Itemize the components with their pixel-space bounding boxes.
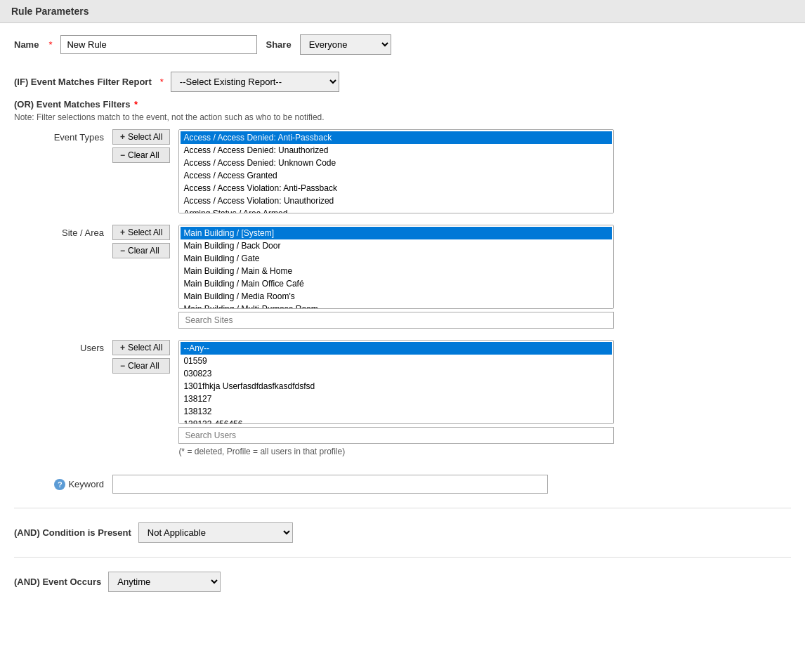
minus-icon: − [120,150,125,160]
or-required: * [134,99,138,110]
list-item[interactable]: Main Building / Multi-Purpose Room [181,303,612,309]
site-area-select-all-button[interactable]: + Select All [112,225,170,240]
list-item[interactable]: 138132 [181,405,612,418]
event-types-controls: + Select All − Clear All [112,129,170,213]
list-item[interactable]: Access / Access Denied: Unknown Code [181,157,612,169]
site-search-input[interactable] [178,312,614,329]
or-note: Note: Filter selections match to the eve… [14,112,791,122]
list-item[interactable]: Access / Access Violation: Unauthorized [181,195,612,207]
plus-icon: + [120,132,125,142]
event-occurs-row: (AND) Event Occurs Anytime [14,572,791,592]
select-all-label: Select All [128,132,162,142]
list-item[interactable]: Access / Access Denied: Unauthorized [181,144,612,157]
select-all-label: Select All [128,228,162,237]
share-label: Share [266,39,291,50]
condition-label: (AND) Condition is Present [14,527,131,538]
keyword-input[interactable] [112,475,548,494]
users-clear-all-button[interactable]: − Clear All [112,358,170,374]
list-item[interactable]: Arming Status / Area Armed [181,207,612,213]
users-note: (* = deleted, Profile = all users in tha… [178,447,614,456]
users-controls: + Select All − Clear All [112,340,170,463]
users-select[interactable]: --Any-- 01559 030823 1301fhkja Userfasdf… [178,340,614,424]
event-types-label: Event Types [14,129,112,143]
name-label: Name [14,39,39,50]
clear-all-label: Clear All [128,246,159,256]
list-item[interactable]: Main Building / Main Office Café [181,277,612,290]
site-area-controls: + Select All − Clear All [112,225,170,329]
list-item[interactable]: 1301fhkja Userfasdfdasfkasdfdsfsd [181,380,612,393]
site-area-label: Site / Area [14,225,112,238]
list-item[interactable]: Main Building / Media Room's [181,290,612,303]
event-types-clear-all-button[interactable]: − Clear All [112,147,170,163]
event-types-select[interactable]: Access / Access Denied: Anti-Passback Ac… [178,129,614,213]
keyword-row: ? Keyword [14,475,791,494]
event-types-list-area: Access / Access Denied: Anti-Passback Ac… [178,129,614,213]
list-item[interactable]: 138127 [181,393,612,405]
site-area-row: Site / Area + Select All − Clear All Mai… [14,225,791,329]
list-item[interactable]: Access / Access Granted [181,169,612,182]
users-search-input[interactable] [178,427,614,444]
list-item[interactable]: Main Building / Gate [181,252,612,265]
list-item[interactable]: 01559 [181,355,612,367]
plus-icon: + [120,343,125,353]
users-select-all-button[interactable]: + Select All [112,340,170,355]
list-item[interactable]: Access / Access Denied: Anti-Passback [181,131,612,144]
keyword-label-col: ? Keyword [14,479,112,490]
select-all-label: Select All [128,343,162,353]
section-divider [14,508,791,508]
or-label: (OR) Event Matches Filters * [14,99,791,110]
share-select[interactable]: Everyone [300,34,391,55]
users-row: Users + Select All − Clear All --Any-- [14,340,791,463]
if-label: (IF) Event Matches Filter Report [14,77,152,87]
section-header: Rule Parameters [0,0,805,23]
list-item[interactable]: Main Building / Back Door [181,239,612,252]
condition-row: (AND) Condition is Present Not Applicabl… [14,522,791,543]
name-share-row: Name * Share Everyone [14,34,791,55]
minus-icon: − [120,246,125,256]
clear-all-label: Clear All [128,361,159,371]
list-item[interactable]: Access / Access Violation: Anti-Passback [181,182,612,195]
keyword-label: Keyword [68,479,104,489]
event-occurs-label: (AND) Event Occurs [14,577,101,587]
help-icon[interactable]: ? [54,479,65,490]
if-required: * [160,77,164,87]
list-item[interactable]: 138133-456456 [181,418,612,424]
site-area-select[interactable]: Main Building / [System] Main Building /… [178,225,614,309]
site-area-clear-all-button[interactable]: − Clear All [112,243,170,258]
event-types-row: Event Types + Select All − Clear All Acc… [14,129,791,213]
condition-select[interactable]: Not Applicable [138,522,293,543]
list-item[interactable]: Main Building / Main & Home [181,265,612,277]
list-item[interactable]: 030823 [181,367,612,380]
name-required: * [48,39,52,50]
list-item[interactable]: --Any-- [181,342,612,355]
if-report-select[interactable]: --Select Existing Report-- [171,72,339,92]
clear-all-label: Clear All [128,150,159,160]
name-input[interactable] [60,35,257,54]
users-list-area: --Any-- 01559 030823 1301fhkja Userfasdf… [178,340,614,463]
event-types-select-all-button[interactable]: + Select All [112,129,170,145]
event-occurs-select[interactable]: Anytime [108,572,221,592]
if-row: (IF) Event Matches Filter Report * --Sel… [14,72,791,92]
plus-icon: + [120,228,125,237]
minus-icon: − [120,361,125,371]
users-label: Users [14,340,112,353]
list-item[interactable]: Main Building / [System] [181,227,612,239]
site-area-list-area: Main Building / [System] Main Building /… [178,225,614,329]
section-divider-2 [14,557,791,558]
